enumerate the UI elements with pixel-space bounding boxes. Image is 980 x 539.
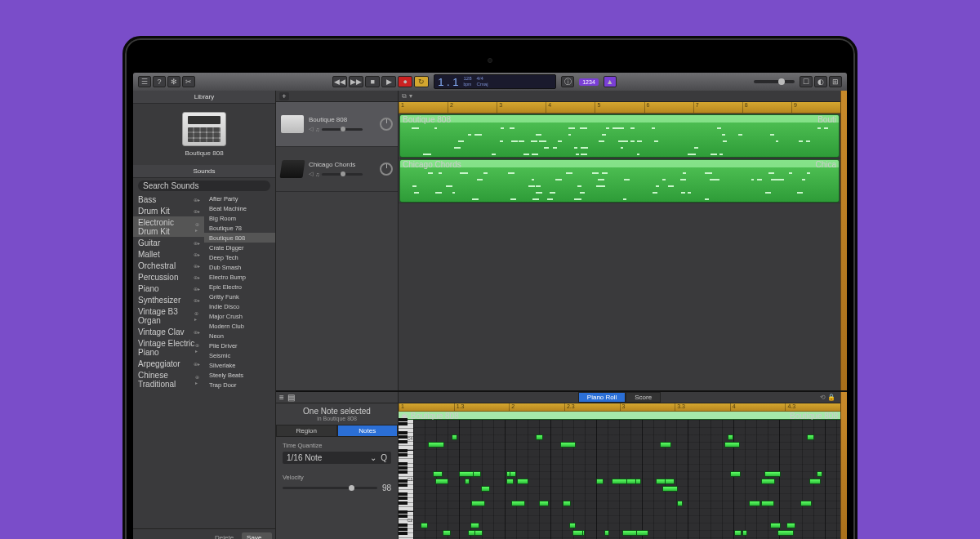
midi-note[interactable] — [517, 479, 529, 484]
preset-item[interactable]: Modern Club — [204, 321, 275, 331]
preset-item[interactable]: After Party — [204, 194, 275, 203]
midi-note[interactable] — [481, 486, 490, 492]
preset-item[interactable]: Steely Beats — [204, 370, 275, 380]
arrange-area[interactable]: ⧉ ▾ 123456789 Boutique 808BoutiChicago C… — [399, 91, 840, 390]
region-tab[interactable]: Region — [276, 425, 337, 437]
track-volume-slider[interactable] — [322, 128, 363, 131]
midi-region[interactable]: Chicago ChordsChica — [399, 159, 840, 203]
preset-item[interactable]: Boutique 808 — [204, 233, 275, 243]
preset-item[interactable]: Beat Machine — [204, 203, 275, 213]
lcd-display[interactable]: 1 . 1 128bpm 4/4Cmaj — [434, 74, 556, 89]
preset-item[interactable]: Neon — [204, 331, 275, 341]
midi-note[interactable] — [596, 479, 604, 484]
search-input[interactable]: Search Sounds — [138, 180, 270, 191]
track-pan-knob[interactable] — [380, 118, 393, 131]
midi-note[interactable] — [622, 530, 637, 536]
preset-item[interactable]: Silverlake — [204, 360, 275, 370]
midi-note[interactable] — [471, 501, 485, 506]
scissors-icon[interactable]: ✂ — [182, 76, 195, 87]
midi-note[interactable] — [656, 479, 666, 484]
midi-note[interactable] — [428, 442, 444, 448]
midi-note[interactable] — [807, 434, 814, 440]
category-item[interactable]: Vintage B3 Organ⊕ ▸ — [133, 305, 204, 326]
solo-button[interactable]: ♫ — [315, 127, 319, 132]
preset-item[interactable]: Trap Door — [204, 380, 275, 390]
track-pan-knob[interactable] — [380, 163, 393, 176]
midi-note[interactable] — [734, 530, 742, 536]
category-item[interactable]: Arpeggiator⊕ ▸ — [133, 358, 204, 369]
play-button[interactable]: ▶ — [381, 76, 396, 87]
midi-note[interactable] — [433, 471, 443, 477]
tuner-button[interactable]: ▲ — [604, 76, 617, 87]
time-quantize-select[interactable]: 1/16 Note⌄ Q — [283, 452, 391, 464]
midi-note[interactable] — [459, 471, 474, 477]
notes-tab[interactable]: Notes — [337, 425, 399, 437]
preset-item[interactable]: Seismic — [204, 350, 275, 360]
midi-note[interactable] — [761, 479, 775, 484]
track-lane[interactable]: Chicago ChordsChica — [399, 158, 840, 203]
midi-note[interactable] — [510, 471, 517, 477]
midi-note[interactable] — [770, 523, 782, 528]
midi-note[interactable] — [536, 434, 543, 440]
snap-icon[interactable]: ⧉ — [402, 92, 407, 100]
cycle-button[interactable]: ↻ — [414, 76, 429, 87]
midi-note[interactable] — [730, 471, 741, 477]
notepad-icon[interactable]: ☐ — [800, 76, 813, 87]
rewind-button[interactable]: ◀◀ — [332, 76, 347, 87]
category-item[interactable]: Guitar⊕ ▸ — [133, 237, 204, 248]
editor-view-icon[interactable]: ▤ — [287, 393, 295, 402]
midi-note[interactable] — [468, 530, 475, 536]
category-item[interactable]: Orchestral⊕ ▸ — [133, 260, 204, 271]
piano-keyboard[interactable]: C4C3C2 — [399, 420, 413, 539]
mute-button[interactable]: ◁ — [309, 126, 313, 132]
preset-item[interactable]: Epic Electro — [204, 282, 275, 292]
preset-item[interactable]: Gritty Funk — [204, 292, 275, 301]
midi-note[interactable] — [728, 434, 733, 440]
editor-ruler[interactable]: 11.322.333.344.3 — [399, 403, 840, 412]
piano-roll-grid[interactable] — [413, 420, 840, 539]
help-icon[interactable]: ? — [153, 76, 166, 87]
midi-note[interactable] — [506, 479, 514, 484]
midi-note[interactable] — [435, 479, 448, 484]
category-item[interactable]: Synthesizer⊕ ▸ — [133, 294, 204, 305]
midi-note[interactable] — [817, 471, 822, 477]
solo-button[interactable]: ♫ — [315, 172, 319, 177]
preset-item[interactable]: Electro Bump — [204, 272, 275, 282]
add-track-button[interactable]: + — [279, 92, 289, 100]
score-tab[interactable]: Score — [626, 392, 661, 403]
category-item[interactable]: Chinese Traditional⊕ ▸ — [133, 369, 204, 390]
master-volume-slider[interactable] — [754, 80, 795, 83]
forward-button[interactable]: ▶▶ — [349, 76, 363, 87]
midi-note[interactable] — [749, 501, 761, 506]
midi-region[interactable]: Boutique 808Bouti — [399, 114, 840, 158]
timeline-ruler[interactable]: 123456789 — [399, 102, 840, 114]
midi-note[interactable] — [626, 479, 637, 484]
settings-gear-icon[interactable]: ✻ — [167, 76, 180, 87]
category-item[interactable]: Mallet⊕ ▸ — [133, 248, 204, 260]
midi-note[interactable] — [443, 530, 451, 536]
midi-note[interactable] — [511, 501, 525, 506]
category-item[interactable]: Vintage Electric Piano⊕ ▸ — [133, 337, 204, 358]
track-header[interactable]: Boutique 808◁♫ — [276, 102, 398, 147]
delete-button[interactable]: Delete — [210, 532, 238, 539]
midi-note[interactable] — [612, 479, 627, 484]
midi-note[interactable] — [677, 501, 683, 506]
preset-item[interactable]: Boutique 78 — [204, 223, 275, 233]
category-item[interactable]: Bass⊕ ▸ — [133, 194, 204, 205]
preset-item[interactable]: Major Crush — [204, 311, 275, 321]
midi-note[interactable] — [662, 486, 678, 492]
midi-note[interactable] — [465, 479, 470, 484]
library-toggle-icon[interactable]: ☰ — [138, 76, 151, 87]
preset-item[interactable]: Deep Tech — [204, 252, 275, 262]
loop-browser-icon[interactable]: ◐ — [814, 76, 827, 87]
metronome-button[interactable]: 1234 — [579, 78, 599, 86]
category-item[interactable]: Drum Kit⊕ ▸ — [133, 205, 204, 216]
automation-icon[interactable]: ▾ — [409, 92, 412, 100]
midi-note[interactable] — [660, 442, 671, 448]
catch-playhead-icon[interactable]: ⟲ 🔒 — [820, 394, 835, 401]
midi-note[interactable] — [742, 530, 747, 536]
preset-item[interactable]: Big Room — [204, 213, 275, 223]
editor-menu-icon[interactable]: ≡ — [279, 393, 284, 402]
category-item[interactable]: Electronic Drum Kit⊕ ▸ — [133, 216, 204, 237]
midi-note[interactable] — [569, 523, 576, 528]
